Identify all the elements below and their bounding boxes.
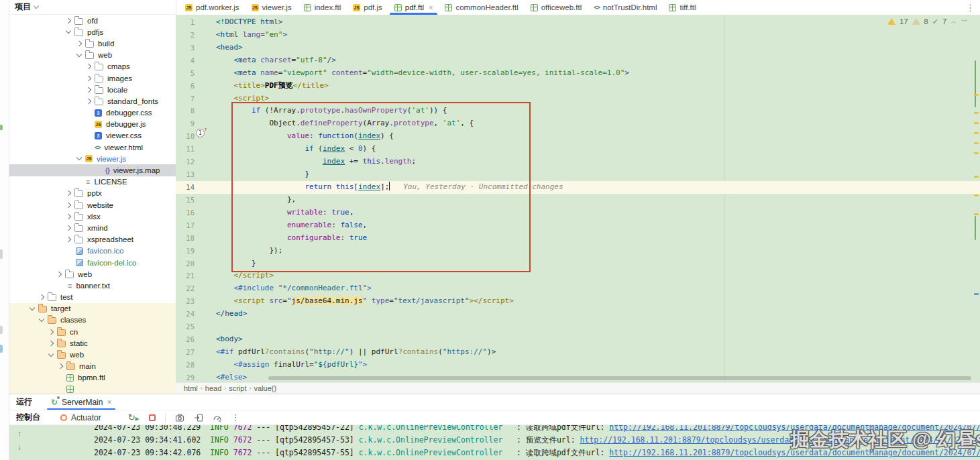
- tree-item-target[interactable]: target: [9, 303, 176, 314]
- tree-item-debugger.css[interactable]: 3debugger.css: [9, 107, 176, 119]
- tree-item-xspreadsheet[interactable]: xspreadsheet: [9, 234, 176, 245]
- breadcrumb-value()[interactable]: value(): [254, 384, 277, 392]
- tree-item-images[interactable]: images: [9, 72, 176, 84]
- tree-item-test[interactable]: test: [9, 292, 176, 303]
- soft-wrap-icon[interactable]: [194, 413, 203, 422]
- tree-item-banner.txt[interactable]: ≡banner.txt: [9, 280, 176, 291]
- tree-item-viewer.js.map[interactable]: {}viewer.js.map: [9, 164, 176, 176]
- scroll-up-icon[interactable]: ↑: [9, 429, 30, 439]
- console-tab-label[interactable]: 控制台: [16, 412, 40, 423]
- stripe-warning-mark[interactable]: [974, 122, 979, 124]
- tree-item-static[interactable]: static: [9, 337, 176, 349]
- error-stripe[interactable]: [972, 15, 980, 382]
- tree-item-build[interactable]: build: [9, 38, 176, 49]
- scroll-down-icon[interactable]: ↓: [9, 443, 30, 452]
- chevron-collapsed-icon[interactable]: [86, 75, 91, 80]
- bookmark-icon[interactable]: 1: [196, 129, 205, 137]
- tree-item-LICENSE[interactable]: ≡LICENSE: [9, 176, 176, 188]
- tree-item-website[interactable]: website: [9, 199, 176, 211]
- chevron-collapsed-icon[interactable]: [58, 363, 63, 369]
- editor-tab-pdf.js[interactable]: JSpdf.js: [347, 0, 388, 15]
- tree-item-ofd[interactable]: ofd: [9, 15, 176, 26]
- editor-tab-pdf.ftl[interactable]: pdf.ftl×: [388, 0, 439, 15]
- chevron-collapsed-icon[interactable]: [39, 294, 44, 300]
- chevron-expanded-icon[interactable]: [48, 351, 54, 356]
- editor-tab-pdf.worker.js[interactable]: JSpdf.worker.js: [179, 0, 246, 15]
- more-tabs-icon[interactable]: ⋮: [961, 0, 980, 15]
- stripe-warning-mark[interactable]: [974, 176, 979, 178]
- actuator-tab[interactable]: Actuator: [60, 413, 101, 422]
- tree-item-pptx[interactable]: pptx: [9, 188, 176, 199]
- editor-tab-officeweb.ftl[interactable]: officeweb.ftl: [525, 0, 588, 15]
- close-icon[interactable]: ×: [107, 398, 111, 407]
- tree-item-xlsx[interactable]: xlsx: [9, 211, 176, 222]
- chevron-collapsed-icon[interactable]: [76, 41, 82, 46]
- tree-item-viewer.css[interactable]: 3viewer.css: [9, 130, 176, 141]
- chevron-expanded-icon[interactable]: [30, 305, 35, 310]
- chevron-collapsed-icon[interactable]: [66, 17, 71, 23]
- stripe-warning-mark[interactable]: [974, 112, 979, 114]
- editor-tab-tiff.ftl[interactable]: tiff.ftl: [663, 0, 702, 15]
- code-editor[interactable]: 1<!DOCTYPE html>2<html lang="en">3<head>…: [176, 15, 980, 382]
- editor-tab-index.ftl[interactable]: index.ftl: [298, 0, 347, 15]
- toolwindow-stripe[interactable]: [0, 0, 9, 460]
- chevron-collapsed-icon[interactable]: [86, 99, 91, 104]
- tree-item-clipped[interactable]: [9, 384, 176, 394]
- tree-item-standard_fonts[interactable]: standard_fonts: [9, 95, 176, 107]
- chevron-expanded-icon[interactable]: [76, 51, 82, 56]
- tree-item-cmaps[interactable]: cmaps: [9, 61, 176, 72]
- tree-item-xmind[interactable]: xmind: [9, 222, 176, 233]
- stop-button[interactable]: [149, 414, 156, 421]
- editor-tab-notTrustDir.html[interactable]: <>notTrustDir.html: [588, 0, 663, 15]
- chevron-expanded-icon[interactable]: [39, 317, 44, 322]
- tree-item-cn[interactable]: cn: [9, 326, 176, 337]
- horizontal-scrollbar[interactable]: [268, 376, 971, 380]
- next-problem-icon[interactable]: ﹀: [961, 17, 968, 26]
- chevron-collapsed-icon[interactable]: [66, 237, 71, 242]
- tree-item-web[interactable]: web: [9, 50, 176, 61]
- rerun-button[interactable]: ↻▶: [128, 412, 140, 422]
- chevron-collapsed-icon[interactable]: [86, 87, 91, 92]
- prev-problem-icon[interactable]: ︿: [950, 17, 957, 26]
- chevron-expanded-icon[interactable]: [66, 28, 71, 34]
- close-icon[interactable]: ×: [429, 3, 433, 11]
- stripe-warning-mark[interactable]: [974, 152, 979, 154]
- tree-item-favicon.ico[interactable]: favicon.ico: [9, 245, 176, 257]
- gauge-icon[interactable]: [213, 413, 222, 422]
- tree-item-pdfjs[interactable]: pdfjs: [9, 26, 176, 38]
- inspections-widget[interactable]: 17 8 ✓ 7 ︿ ﹀: [887, 17, 968, 26]
- chevron-collapsed-icon[interactable]: [66, 225, 71, 231]
- run-config-tab[interactable]: ↻ ServerMain ×: [47, 394, 115, 410]
- tree-item-viewer.html[interactable]: <>viewer.html: [9, 141, 176, 153]
- chevron-collapsed-icon[interactable]: [48, 341, 54, 346]
- chevron-collapsed-icon[interactable]: [66, 190, 71, 196]
- breadcrumb-head[interactable]: head: [205, 384, 221, 392]
- editor-tab-commonHeader.ftl[interactable]: commonHeader.ftl: [439, 0, 524, 15]
- tree-item-debugger.js[interactable]: JSdebugger.js: [9, 119, 176, 130]
- stripe-warning-mark[interactable]: [974, 132, 979, 134]
- editor-tab-viewer.js[interactable]: JSviewer.js: [246, 0, 298, 15]
- tree-item-main[interactable]: main: [9, 361, 176, 372]
- chevron-expanded-icon[interactable]: [76, 155, 82, 160]
- tree-item-locale[interactable]: locale: [9, 84, 176, 95]
- tree-item-viewer.js[interactable]: JSviewer.js: [9, 153, 176, 164]
- tree-item-favicon-del.ico[interactable]: favicon-del.ico: [9, 257, 176, 268]
- breadcrumb-html[interactable]: html: [184, 384, 198, 392]
- stripe-warning-mark[interactable]: [974, 213, 979, 215]
- tree-item-web[interactable]: web: [9, 349, 176, 360]
- screenshot-icon[interactable]: [175, 413, 184, 422]
- tree-item-bpmn.ftl[interactable]: bpmn.ftl: [9, 372, 176, 384]
- breadcrumb-script[interactable]: script: [229, 384, 246, 392]
- chevron-collapsed-icon[interactable]: [48, 329, 54, 334]
- tree-item-classes[interactable]: classes: [9, 314, 176, 326]
- stripe-warning-mark[interactable]: [974, 194, 979, 196]
- chevron-collapsed-icon[interactable]: [56, 271, 62, 276]
- stripe-warning-mark[interactable]: [974, 142, 979, 144]
- tree-item-web[interactable]: web: [9, 268, 176, 280]
- chevron-collapsed-icon[interactable]: [66, 202, 71, 207]
- project-panel-header[interactable]: 项目: [9, 0, 176, 15]
- stripe-warning-mark[interactable]: [974, 94, 979, 96]
- chevron-collapsed-icon[interactable]: [66, 214, 71, 219]
- chevron-collapsed-icon[interactable]: [86, 64, 91, 69]
- stripe-warning-mark[interactable]: [974, 293, 979, 295]
